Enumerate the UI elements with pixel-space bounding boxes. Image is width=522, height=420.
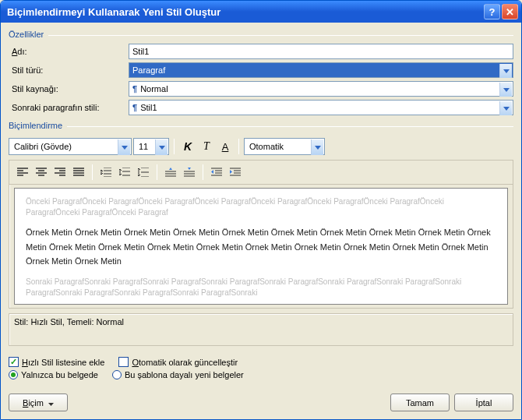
chevron-down-icon [118,139,130,155]
quick-style-checkbox[interactable]: Hızlı Stil listesine ekle [9,357,104,367]
chevron-down-icon [499,64,512,78]
description-text: Stil: Hızlı Stil, Temeli: Normal [14,317,124,326]
style-type-value: Paragraf [132,65,165,75]
align-justify-icon [73,168,84,177]
line-spacing-1-icon [101,168,111,177]
italic-icon: T [203,140,210,153]
chevron-down-icon [499,101,512,115]
name-input[interactable] [129,44,513,59]
font-color-combo[interactable]: Otomatik [244,138,325,155]
paragraph-frame: Önceki ParagrafÖnceki ParagrafÖnceki Par… [9,160,513,309]
align-center-button[interactable] [33,164,50,181]
style-type-combo[interactable]: Paragraf [129,62,513,78]
align-left-button[interactable] [14,164,31,181]
indent-decrease-icon [211,168,222,177]
font-color-value: Otomatik [249,142,284,151]
titlebar: Biçimlendirmeyi Kullanarak Yeni Stil Olu… [1,1,521,23]
italic-button[interactable]: T [198,138,215,155]
align-center-icon [36,168,47,177]
style-based-value: Normal [140,84,168,94]
doc-only-label: Yalnızca bu belgede [21,370,98,379]
chevron-down-icon [48,398,54,408]
cancel-button[interactable]: İptal [454,394,513,411]
font-toolbar: Calibri (Gövde) 11 K T A Otomatik [9,135,513,158]
chevron-down-icon [311,139,323,155]
format-button-label: Biçim [23,398,44,408]
line-spacing-1-button[interactable] [97,164,115,181]
formatting-group: Biçimlendirme [9,118,513,135]
font-size-combo[interactable]: 11 [133,138,169,155]
properties-group: Özellikler [9,27,513,44]
checkbox-icon [118,357,129,367]
font-size-value: 11 [139,142,148,151]
preview-before: Önceki ParagrafÖnceki ParagrafÖnceki Par… [26,196,496,217]
line-spacing-15-button[interactable] [116,164,133,181]
doc-only-radio[interactable]: Yalnızca bu belgede [9,370,98,379]
font-name-combo[interactable]: Calibri (Gövde) [9,138,132,155]
preview-sample: Örnek Metin Örnek Metin Örnek Metin Örne… [26,225,496,269]
close-button[interactable]: ✕ [502,4,518,19]
chevron-down-icon [155,139,168,155]
paragraph-toolbar [9,161,513,185]
underline-button[interactable]: A [217,138,234,155]
pilcrow-icon: ¶ [132,103,137,112]
next-style-label: Sonraki paragrafın stili: [9,103,129,112]
preview-after: Sonraki ParagrafSonraki ParagrafSonraki … [26,277,496,298]
ok-button[interactable]: Tamam [390,394,450,411]
space-before-inc-button[interactable] [162,164,179,181]
line-spacing-15-icon [119,168,130,177]
align-justify-button[interactable] [70,164,87,181]
align-left-icon [17,168,28,177]
auto-update-label: Otomatik olarak güncelleştir [132,358,238,367]
style-based-label: Stil kaynağı: [9,84,129,94]
line-spacing-2-button[interactable] [135,164,152,181]
cancel-button-label: İptal [476,398,492,408]
radio-icon [112,370,122,379]
description-box: Stil: Hızlı Stil, Temeli: Normal [9,313,513,346]
font-name-value: Calibri (Gövde) [14,142,72,151]
close-icon: ✕ [506,6,514,18]
preview-pane: Önceki ParagrafÖnceki ParagrafÖnceki Par… [14,188,508,305]
indent-increase-button[interactable] [227,164,244,181]
formatting-label: Biçimlendirme [9,121,62,130]
auto-update-checkbox[interactable]: Otomatik olarak güncelleştir [118,357,238,367]
indent-decrease-button[interactable] [208,164,225,181]
next-style-value: Stil1 [140,103,157,112]
pilcrow-icon: ¶ [132,84,137,94]
checkbox-icon [9,357,19,367]
dialog-window: Biçimlendirmeyi Kullanarak Yeni Stil Olu… [0,0,522,420]
template-label: Bu şablona dayalı yeni belgeler [125,370,244,379]
next-style-combo[interactable]: ¶ Stil1 [129,100,513,115]
chevron-down-icon [499,83,512,97]
bold-button[interactable]: K [179,138,196,155]
style-based-combo[interactable]: ¶ Normal [129,81,513,97]
line-spacing-2-icon [138,168,149,177]
bold-icon: K [184,140,192,153]
help-button[interactable]: ? [484,4,500,19]
title-text: Biçimlendirmeyi Kullanarak Yeni Stil Olu… [7,6,482,18]
template-radio[interactable]: Bu şablona dayalı yeni belgeler [112,370,244,379]
space-before-dec-icon [184,167,195,178]
space-before-dec-button[interactable] [181,164,198,181]
name-label: Adı: [9,47,129,56]
radio-icon [9,370,18,379]
space-before-inc-icon [165,167,176,178]
underline-icon: A [222,141,229,153]
properties-label: Özellikler [9,30,44,39]
style-type-label: Stil türü: [9,65,129,75]
align-right-icon [55,168,65,177]
ok-button-label: Tamam [406,398,434,408]
align-right-button[interactable] [51,164,69,181]
quick-style-label: Hızlı Stil listesine ekle [22,358,104,367]
format-button[interactable]: Biçim [9,394,68,411]
indent-increase-icon [230,168,241,177]
